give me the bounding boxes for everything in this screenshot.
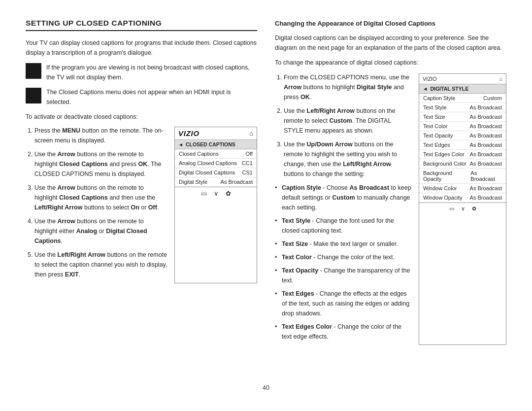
- menu-row-label: Digital Style: [179, 179, 207, 185]
- bullet-text-opacity: Text Opacity - Change the transparency o…: [275, 266, 412, 285]
- digital-row-8: Background Opacity As Broadcast: [419, 169, 506, 184]
- digital-menu-subtitle: DIGITAL STYLE: [430, 86, 468, 92]
- digital-row-label: Background Opacity: [423, 170, 470, 182]
- right-section-title: Changing the Appearance of Digital Close…: [275, 19, 506, 29]
- bullet-text-color: Text Color - Change the color of the tex…: [275, 252, 412, 262]
- left-steps-section: To activate or deactivate closed caption…: [26, 112, 257, 283]
- note-icon-2: [26, 88, 41, 103]
- note-text-1: If the program you are viewing is not be…: [46, 63, 257, 82]
- menu-subtitle-row: ◄ CLOSED CAPTIONS: [175, 140, 257, 149]
- digital-menu-header: VIZIO ⌂: [419, 74, 506, 84]
- step-2: Use the Arrow buttons on the remote to h…: [34, 149, 167, 179]
- menu-row-value: Off: [246, 151, 253, 157]
- digital-row-value: As Broadcast: [470, 142, 502, 148]
- digital-row-value: As Broadcast: [470, 195, 502, 201]
- vizio-logo: VIZIO: [178, 129, 200, 137]
- digital-style-menu: VIZIO ⌂ ◄ DIGITAL STYLE Caption Style Cu…: [419, 73, 506, 345]
- steps-intro: To activate or deactivate closed caption…: [26, 112, 257, 122]
- right-steps-intro: To change the appearance of digital clos…: [275, 58, 506, 68]
- note-icon-1: [26, 63, 41, 79]
- section-title: SETTING UP CLOSED CAPTIONING: [26, 19, 257, 31]
- digital-row-9: Window Color As Broadcast: [419, 184, 506, 193]
- digital-row-label: Text Style: [423, 104, 447, 110]
- closed-captions-menu: VIZIO ⌂ ◄ CLOSED CAPTIONS Closed Caption…: [174, 127, 257, 283]
- bullet-text-edges: Text Edges - Change the effects at the e…: [275, 289, 412, 318]
- step-5: Use the Left/Right Arrow buttons on the …: [34, 250, 167, 279]
- menu-row-value: CC1: [242, 160, 253, 166]
- digital-row-label: Window Opacity: [423, 195, 462, 201]
- home-icon: ⌂: [249, 130, 253, 137]
- back-arrow-icon-right: ◄: [423, 86, 428, 92]
- vizio-logo-right: VIZIO: [423, 76, 437, 82]
- digital-row-label: Text Color: [423, 123, 448, 129]
- page-number: 40: [263, 384, 269, 391]
- right-col-intro: Digital closed captions can be displayed…: [275, 33, 506, 53]
- menu-row-closed-captions: Closed Captions Off: [175, 149, 257, 159]
- menu-header: VIZIO ⌂: [175, 127, 257, 140]
- digital-row-5: Text Edges As Broadcast: [419, 140, 506, 150]
- footer-icon-3: ✿: [226, 190, 231, 197]
- digital-row-label: Window Color: [423, 185, 457, 191]
- digital-row-value: As Broadcast: [470, 170, 502, 182]
- left-steps: Press the MENU button on the remote. The…: [26, 126, 167, 283]
- bullet-text-style: Text Style - Change the font used for th…: [275, 216, 412, 236]
- note-text-2: The Closed Captions menu does not appear…: [46, 87, 257, 107]
- digital-row-1: Text Style As Broadcast: [419, 103, 506, 112]
- menu-footer: ▭ ∨ ✿: [175, 187, 257, 200]
- digital-row-label: Text Edges Color: [423, 151, 465, 157]
- menu-subtitle: CLOSED CAPTIONS: [186, 141, 235, 147]
- menu-row-analog: Analog Closed Captions CC1: [175, 159, 257, 168]
- note-box-1: If the program you are viewing is not be…: [26, 63, 257, 82]
- left-column: SETTING UP CLOSED CAPTIONING Your TV can…: [26, 19, 257, 377]
- menu-row-label: Analog Closed Captions: [179, 160, 237, 166]
- digital-row-value: As Broadcast: [470, 123, 502, 129]
- right-content-with-menu: From the CLOSED CAPTIONS menu, use the A…: [275, 72, 506, 345]
- step-1: Press the MENU button on the remote. The…: [34, 126, 167, 145]
- bullet-caption-style: Caption Style - Choose As Broadcast to k…: [275, 183, 412, 212]
- digital-row-value: As Broadcast: [470, 133, 502, 138]
- digital-row-label: Caption Style: [423, 95, 455, 101]
- right-steps-list: From the CLOSED CAPTIONS menu, use the A…: [275, 72, 412, 179]
- digital-row-value: Custom: [483, 95, 502, 101]
- digital-row-label: Text Size: [423, 114, 445, 120]
- right-step-1: From the CLOSED CAPTIONS menu, use the A…: [284, 72, 412, 102]
- bullet-text-size: Text Size - Make the text larger or smal…: [275, 239, 412, 249]
- right-column: Changing the Appearance of Digital Close…: [275, 19, 506, 377]
- menu-row-label: Digital Closed Captions: [179, 170, 235, 175]
- digital-row-value: As Broadcast: [470, 104, 502, 110]
- step-3: Use the Arrow buttons on the remote to h…: [34, 183, 167, 212]
- digital-row-10: Window Opacity As Broadcast: [419, 193, 506, 203]
- left-content-with-menu: Press the MENU button on the remote. The…: [26, 126, 257, 283]
- menu-row-value: CS1: [242, 170, 253, 175]
- digital-footer-icon-3: ✿: [472, 206, 476, 212]
- digital-row-2: Text Size As Broadcast: [419, 112, 506, 122]
- footer-icon-1: ▭: [201, 190, 207, 197]
- digital-row-3: Text Color As Broadcast: [419, 122, 506, 131]
- page: SETTING UP CLOSED CAPTIONING Your TV can…: [0, 0, 532, 411]
- page-footer: 40: [26, 384, 506, 391]
- digital-row-4: Text Opacity As Broadcast: [419, 131, 506, 140]
- footer-icon-2: ∨: [214, 190, 219, 197]
- digital-row-label: Background Color: [423, 161, 466, 167]
- digital-row-0: Caption Style Custom: [419, 94, 506, 103]
- steps-list: Press the MENU button on the remote. The…: [26, 126, 167, 279]
- digital-footer-icon-2: ∨: [461, 206, 465, 212]
- digital-menu-subtitle-row: ◄ DIGITAL STYLE: [419, 84, 506, 94]
- right-steps: From the CLOSED CAPTIONS menu, use the A…: [275, 72, 412, 345]
- home-icon-right: ⌂: [499, 76, 502, 82]
- right-step-2: Use the Left/Right Arrow buttons on the …: [284, 106, 412, 136]
- bullet-text-edges-color: Text Edges Color - Change the color of t…: [275, 322, 412, 342]
- intro-text: Your TV can display closed captions for …: [26, 38, 257, 58]
- menu-row-digital-style: Digital Style As Broadcast: [175, 177, 257, 187]
- digital-row-6: Text Edges Color As Broadcast: [419, 150, 506, 159]
- note-box-2: The Closed Captions menu does not appear…: [26, 87, 257, 107]
- digital-menu-footer: ▭ ∨ ✿: [419, 203, 506, 214]
- digital-row-label: Text Opacity: [423, 133, 453, 138]
- menu-row-digital: Digital Closed Captions CS1: [175, 168, 257, 177]
- right-step-3: Use the Up/Down Arrow buttons on the rem…: [284, 139, 412, 179]
- digital-row-value: As Broadcast: [470, 161, 502, 167]
- digital-row-value: As Broadcast: [470, 114, 502, 120]
- digital-row-value: As Broadcast: [470, 185, 502, 191]
- bullet-list: Caption Style - Choose As Broadcast to k…: [275, 183, 412, 342]
- digital-row-value: As Broadcast: [470, 151, 502, 157]
